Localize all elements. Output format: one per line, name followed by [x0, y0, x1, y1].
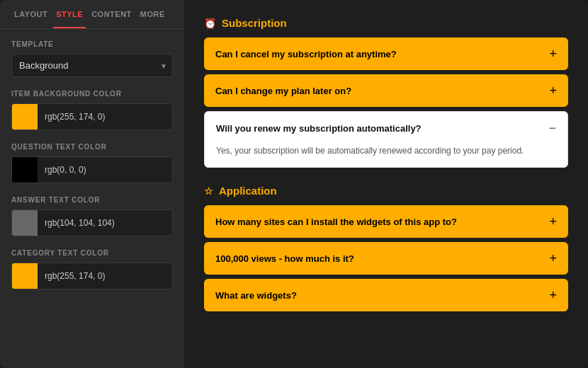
faq-item: What are widgets? +: [204, 279, 568, 311]
template-label: TEMPLATE: [11, 40, 173, 48]
expand-icon: +: [549, 289, 557, 301]
faq-question-toggle[interactable]: Can I cancel my subscription at anytime?…: [204, 38, 568, 70]
collapse-icon: −: [548, 122, 556, 134]
faq-item: 100,000 views - how much is it? +: [204, 242, 568, 275]
faq-question-text: Will you renew my subscription automatic…: [216, 123, 422, 134]
item-bg-color-label: ITEM BACKGROUND COLOR: [11, 90, 173, 98]
item-bg-color-group: ITEM BACKGROUND COLOR rgb(255, 174, 0): [11, 90, 173, 130]
tab-layout[interactable]: LAYOUT: [11, 10, 50, 28]
tab-style[interactable]: STYLE: [53, 10, 86, 28]
question-text-color-label: QUESTION TEXT COLOR: [11, 143, 173, 151]
faq-question-toggle[interactable]: Can I change my plan later on? +: [204, 74, 568, 107]
faq-item: Can I cancel my subscription at anytime?…: [204, 38, 568, 70]
expand-icon: +: [549, 47, 557, 60]
application-section: ☆ Application How many sites can I insta…: [204, 185, 568, 311]
faq-question-text: 100,000 views - how much is it?: [215, 253, 354, 264]
expand-icon: +: [549, 84, 557, 97]
clock-icon: ⏰: [204, 18, 216, 29]
template-select[interactable]: Background: [11, 54, 173, 77]
expand-icon: +: [549, 215, 557, 228]
item-bg-color-value: rgb(255, 174, 0): [38, 112, 172, 122]
application-title: ☆ Application: [204, 185, 568, 197]
tab-more[interactable]: MORE: [137, 10, 168, 28]
question-text-color-row: rgb(0, 0, 0): [11, 156, 173, 183]
category-text-color-label: CATEGORY TEXT COLOR: [11, 249, 173, 257]
tabs-bar: LAYOUT STYLE CONTENT MORE: [0, 0, 184, 29]
faq-question-toggle[interactable]: 100,000 views - how much is it? +: [204, 242, 568, 275]
answer-text-color-row: rgb(104, 104, 104): [11, 209, 173, 236]
category-text-color-row: rgb(255, 174, 0): [11, 263, 173, 289]
item-bg-color-swatch[interactable]: [12, 104, 38, 130]
category-text-color-value: rgb(255, 174, 0): [38, 271, 172, 281]
question-text-color-value: rgb(0, 0, 0): [38, 165, 172, 175]
tab-content[interactable]: CONTENT: [89, 10, 135, 28]
faq-question-text: How many sites can I install the widgets…: [215, 217, 457, 227]
panel-content: TEMPLATE Background ▼ ITEM BACKGROUND CO…: [0, 29, 184, 368]
template-group: TEMPLATE Background ▼: [11, 40, 173, 77]
answer-text-color-swatch[interactable]: [12, 210, 38, 236]
faq-item: How many sites can I install the widgets…: [204, 205, 568, 238]
faq-question-toggle[interactable]: What are widgets? +: [204, 279, 568, 311]
item-bg-color-row: rgb(255, 174, 0): [11, 103, 173, 130]
faq-question-text: Can I cancel my subscription at anytime?: [215, 49, 397, 59]
faq-question-text: Can I change my plan later on?: [215, 86, 351, 96]
faq-question-text: What are widgets?: [215, 290, 297, 301]
category-text-color-group: CATEGORY TEXT COLOR rgb(255, 174, 0): [11, 249, 173, 289]
question-text-color-group: QUESTION TEXT COLOR rgb(0, 0, 0): [11, 143, 173, 183]
template-select-wrapper: Background ▼: [11, 54, 173, 77]
answer-text-color-value: rgb(104, 104, 104): [38, 218, 172, 228]
answer-text-color-group: ANSWER TEXT COLOR rgb(104, 104, 104): [11, 196, 173, 236]
faq-question-toggle[interactable]: How many sites can I install the widgets…: [204, 205, 568, 238]
question-text-color-swatch[interactable]: [12, 157, 38, 183]
left-panel: LAYOUT STYLE CONTENT MORE TEMPLATE Backg…: [0, 0, 184, 368]
expand-icon: +: [549, 252, 557, 265]
faq-answer: Yes, your subscription will be automatic…: [205, 144, 567, 167]
faq-question-toggle[interactable]: Will you renew my subscription automatic…: [205, 112, 567, 144]
star-icon: ☆: [204, 185, 213, 197]
application-title-text: Application: [219, 185, 277, 197]
category-text-color-swatch[interactable]: [12, 263, 38, 289]
subscription-title-text: Subscription: [222, 17, 287, 29]
answer-text-color-label: ANSWER TEXT COLOR: [11, 196, 173, 204]
right-panel: ⏰ Subscription Can I cancel my subscript…: [184, 0, 588, 368]
subscription-section: ⏰ Subscription Can I cancel my subscript…: [204, 17, 568, 168]
subscription-title: ⏰ Subscription: [204, 17, 568, 29]
faq-item: Can I change my plan later on? +: [204, 74, 568, 107]
faq-item-expanded: Will you renew my subscription automatic…: [204, 111, 568, 168]
